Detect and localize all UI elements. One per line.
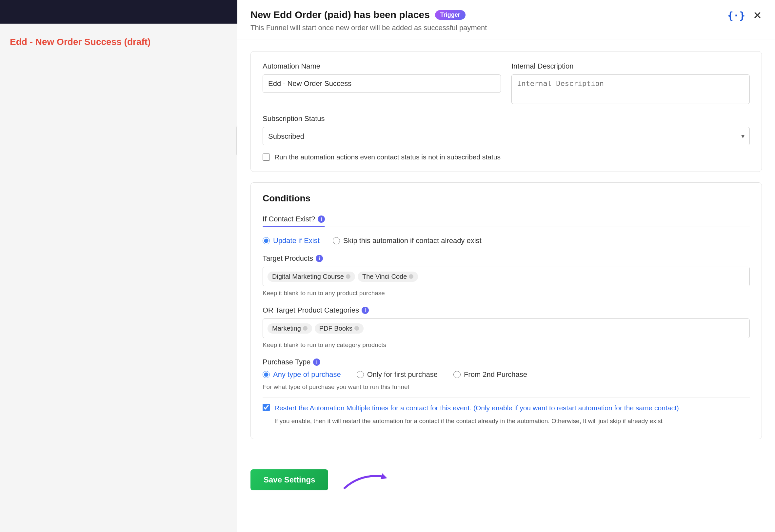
radio-2nd-purchase-label: From 2nd Purchase <box>464 370 527 379</box>
restart-row: Restart the Automation Multiple times fo… <box>262 397 750 428</box>
tag-pdf-books: PDF Books <box>315 324 363 334</box>
run-always-checkbox[interactable] <box>262 153 270 161</box>
conditions-title: Conditions <box>262 193 750 204</box>
modal-header-actions: {·} ✕ <box>727 9 762 22</box>
arrow-icon <box>341 467 394 493</box>
modal-header-left: New Edd Order (paid) has been places Tri… <box>250 9 487 32</box>
restart-checkbox[interactable] <box>262 404 270 411</box>
subscription-status-select-wrapper: Subscribed Unsubscribed Any ▾ <box>262 127 750 145</box>
tab-if-contact-exist-label: If Contact Exist? <box>262 215 315 223</box>
target-categories-label: OR Target Product Categories i <box>262 306 750 315</box>
target-categories-group: OR Target Product Categories i Marketing… <box>262 306 750 349</box>
automation-name-label: Automation Name <box>262 62 501 70</box>
radio-skip-input[interactable] <box>333 237 340 244</box>
name-desc-row: Automation Name Internal Description <box>262 62 750 105</box>
target-products-label: Target Products i <box>262 254 750 263</box>
target-products-input[interactable]: Digital Marketing Course The Vinci Code <box>262 267 750 286</box>
categories-label-text: OR Target Product Categories <box>262 306 359 315</box>
target-products-label-text: Target Products <box>262 254 313 263</box>
internal-desc-input[interactable] <box>512 74 750 104</box>
automation-name-field: Automation Name <box>262 62 501 105</box>
modal-panel: New Edd Order (paid) has been places Tri… <box>237 0 775 532</box>
modal-subtitle: This Funnel will start once new order wi… <box>250 24 487 32</box>
target-products-group: Target Products i Digital Marketing Cour… <box>262 254 750 297</box>
tab-row: If Contact Exist? i <box>262 211 750 227</box>
restart-note: If you enable, then it will restart the … <box>274 417 679 426</box>
internal-desc-field: Internal Description <box>512 62 750 105</box>
modal-body: Automation Name Internal Description Sub… <box>237 39 775 462</box>
radio-2nd-purchase[interactable]: From 2nd Purchase <box>454 370 527 379</box>
save-settings-button[interactable]: Save Settings <box>250 469 328 490</box>
automation-name-input[interactable] <box>262 74 501 93</box>
categories-info-icon[interactable]: i <box>361 307 369 314</box>
contact-exist-radio-row: Update if Exist Skip this automation if … <box>262 236 750 245</box>
radio-any-purchase-input[interactable] <box>262 371 270 378</box>
radio-skip-option[interactable]: Skip this automation if contact already … <box>333 236 482 245</box>
target-categories-input[interactable]: Marketing PDF Books <box>262 319 750 338</box>
trigger-badge: Trigger <box>435 10 466 20</box>
radio-update-option[interactable]: Update if Exist <box>262 236 320 245</box>
bg-draft-badge: (draft) <box>124 37 151 47</box>
purchase-type-info-icon[interactable]: i <box>313 359 320 366</box>
save-area: Save Settings <box>237 462 775 509</box>
radio-skip-label: Skip this automation if contact already … <box>343 236 482 245</box>
modal-title: New Edd Order (paid) has been places <box>250 9 430 20</box>
radio-update-input[interactable] <box>262 237 270 244</box>
radio-first-purchase-input[interactable] <box>357 371 364 378</box>
internal-desc-label: Internal Description <box>512 62 750 70</box>
run-always-label: Run the automation actions even contact … <box>274 153 501 161</box>
tag-marketing: Marketing <box>267 324 312 334</box>
subscription-status-row: Subscription Status Subscribed Unsubscri… <box>262 114 750 145</box>
tag-vinci-code: The Vinci Code <box>358 272 418 282</box>
radio-update-label: Update if Exist <box>273 236 320 245</box>
restart-label: Restart the Automation Multiple times fo… <box>274 403 679 413</box>
svg-marker-0 <box>380 473 387 479</box>
restart-text-block: Restart the Automation Multiple times fo… <box>274 403 679 426</box>
tag-digital-marketing: Digital Marketing Course <box>267 272 355 282</box>
modal-header: New Edd Order (paid) has been places Tri… <box>237 0 775 39</box>
radio-2nd-purchase-input[interactable] <box>454 371 461 378</box>
subscription-status-label: Subscription Status <box>262 114 750 123</box>
modal-title-row: New Edd Order (paid) has been places Tri… <box>250 9 487 20</box>
run-always-checkbox-row: Run the automation actions even contact … <box>262 153 750 161</box>
tab-if-contact-exist[interactable]: If Contact Exist? i <box>262 211 325 226</box>
tag-dot-2 <box>409 274 414 279</box>
purchase-type-radio-row: Any type of purchase Only for first purc… <box>262 370 750 379</box>
automation-section: Automation Name Internal Description Sub… <box>250 51 762 172</box>
tab-info-icon[interactable]: i <box>318 215 325 223</box>
conditions-section: Conditions If Contact Exist? i Update if… <box>250 182 762 439</box>
close-icon: ✕ <box>753 9 762 22</box>
radio-first-purchase[interactable]: Only for first purchase <box>357 370 438 379</box>
purchase-type-hint: For what type of purchase you want to ru… <box>262 384 750 391</box>
radio-any-purchase[interactable]: Any type of purchase <box>262 370 341 379</box>
purchase-type-label-text: Purchase Type <box>262 358 310 366</box>
products-hint: Keep it blank to run to any product purc… <box>262 290 750 297</box>
categories-hint: Keep it blank to run to any category pro… <box>262 342 750 349</box>
close-button[interactable]: ✕ <box>753 9 762 22</box>
subscription-status-select[interactable]: Subscribed Unsubscribed Any <box>262 127 750 145</box>
curly-braces-icon: {·} <box>727 10 745 21</box>
tag-dot-1 <box>346 274 350 279</box>
target-products-info-icon[interactable]: i <box>316 255 323 262</box>
purchase-type-label: Purchase Type i <box>262 358 750 366</box>
bg-item-text: Edd - New Order Success <box>10 37 122 47</box>
purchase-type-group: Purchase Type i Any type of purchase Onl… <box>262 358 750 391</box>
curly-braces-button[interactable]: {·} <box>727 10 745 21</box>
radio-first-purchase-label: Only for first purchase <box>367 370 438 379</box>
tag-dot-3 <box>303 326 307 331</box>
tag-dot-4 <box>354 326 359 331</box>
radio-any-purchase-label: Any type of purchase <box>273 370 341 379</box>
